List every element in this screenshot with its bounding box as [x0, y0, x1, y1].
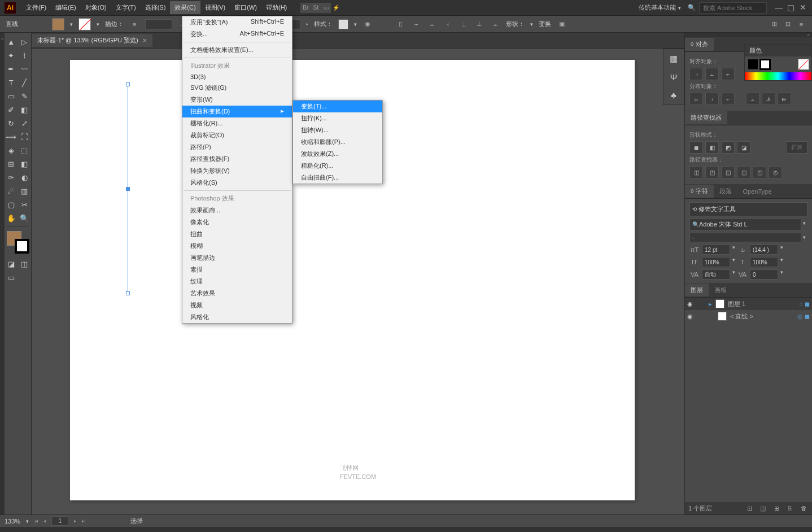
stroke-weight-icon[interactable]: ≡: [129, 19, 139, 29]
close-button[interactable]: ✕: [800, 4, 807, 12]
menu-file[interactable]: 文件(F): [21, 1, 51, 14]
pf-crop-icon[interactable]: ◲: [737, 166, 750, 178]
gradient-tool[interactable]: ◧: [18, 157, 32, 171]
tracking-input[interactable]: [750, 269, 778, 280]
rotate-tool[interactable]: ↻: [5, 116, 18, 130]
layer-locate-icon[interactable]: ⊡: [744, 503, 754, 513]
fill-swatch[interactable]: [52, 18, 64, 30]
graph-tool[interactable]: ▥: [18, 184, 32, 198]
sub-zigzag[interactable]: 波纹效果(Z)...: [293, 148, 382, 160]
rectangle-tool[interactable]: ▭: [5, 89, 18, 103]
nav-first-icon[interactable]: |◂: [34, 518, 38, 524]
font-size-input[interactable]: [702, 245, 730, 255]
blend-tool[interactable]: ◐: [18, 171, 32, 184]
visibility-icon[interactable]: ◉: [687, 300, 695, 308]
effect-stylize-ill[interactable]: 风格化(S): [182, 177, 292, 189]
dist-3-icon[interactable]: ⫟: [721, 93, 735, 105]
scale-tool[interactable]: ⤢: [18, 116, 32, 130]
nav-next-icon[interactable]: ▸: [74, 518, 76, 524]
hand-tool[interactable]: ✋: [5, 211, 18, 225]
align-ico7[interactable]: ⫠: [490, 19, 500, 29]
sub-pucker[interactable]: 收缩和膨胀(P)...: [293, 136, 382, 148]
sublayer-name[interactable]: < 直线 >: [730, 312, 753, 321]
align-ico2[interactable]: ⫟: [411, 19, 421, 29]
pathfinder-tab[interactable]: 路径查找器: [685, 111, 727, 124]
shape-builder-tool[interactable]: ◈: [5, 143, 18, 157]
dist-4-icon[interactable]: ⫠: [746, 93, 759, 105]
effect-sketch[interactable]: 素描: [182, 264, 292, 276]
color-stroke-box[interactable]: [759, 59, 771, 70]
sub-roughen[interactable]: 粗糙化(R)...: [293, 160, 382, 172]
effect-distort-ps[interactable]: 扭曲: [182, 228, 292, 240]
menu-help[interactable]: 帮助(H): [261, 1, 291, 14]
hscale-input[interactable]: [750, 257, 778, 267]
stroke-weight-input[interactable]: [145, 19, 172, 29]
artboard-num-input[interactable]: [51, 516, 68, 526]
layer-new-icon[interactable]: ⎘: [785, 503, 795, 513]
align-ico6[interactable]: ⊥: [474, 19, 484, 29]
type-tool[interactable]: T: [5, 76, 18, 89]
effect-path[interactable]: 路径(P): [182, 141, 292, 153]
effect-texture[interactable]: 纹理: [182, 276, 292, 287]
visibility-icon[interactable]: ◉: [687, 313, 695, 320]
nav-last-icon[interactable]: ▸|: [82, 518, 85, 524]
pf-subtract-icon[interactable]: ◧: [705, 141, 719, 154]
font-style-select[interactable]: -: [689, 233, 801, 242]
slice-tool[interactable]: ✂: [18, 198, 32, 211]
effect-3d[interactable]: 3D(3): [182, 72, 292, 82]
stroke-swatch[interactable]: [78, 18, 91, 30]
magic-wand-tool[interactable]: ✦: [5, 49, 18, 62]
selection-handle-mid[interactable]: [126, 187, 130, 191]
color-tab[interactable]: 颜色: [745, 45, 811, 56]
stroke-color[interactable]: [15, 239, 29, 254]
opentype-tab[interactable]: OpenType: [737, 186, 778, 197]
leading-input[interactable]: [750, 245, 778, 255]
align-left-icon[interactable]: ⫞: [689, 68, 703, 80]
align-ico5[interactable]: ⟂: [459, 19, 469, 29]
draw-mode[interactable]: ◫: [18, 257, 32, 271]
character-tab[interactable]: ◊ 字符: [685, 185, 714, 198]
minimize-button[interactable]: —: [775, 4, 783, 12]
raster-settings[interactable]: 文档栅格效果设置(E)...: [182, 44, 292, 56]
effect-blur[interactable]: 模糊: [182, 240, 292, 252]
sub-transform[interactable]: 变换(T)...: [293, 101, 382, 112]
effect-rasterize[interactable]: 栅格化(R)...: [182, 117, 292, 129]
dock-libraries-icon[interactable]: ▦: [667, 53, 680, 65]
opt-r1-icon[interactable]: ⊞: [769, 19, 779, 29]
sub-twist[interactable]: 扭拧(K)...: [293, 112, 382, 124]
bridge-icon[interactable]: Br: [300, 3, 311, 13]
layer-row-1[interactable]: ◉ ▸ 图层 1 ○ ◼: [685, 298, 812, 310]
effect-svg[interactable]: SVG 滤镜(G): [182, 82, 292, 94]
align-ico1[interactable]: ▯: [395, 19, 405, 29]
paintbrush-tool[interactable]: ✎: [18, 89, 32, 103]
touch-type-button[interactable]: ⟲ 修饰文字工具: [689, 202, 807, 216]
sub-rotate[interactable]: 扭转(W)...: [293, 124, 382, 136]
pf-divide-icon[interactable]: ◫: [689, 166, 703, 178]
effect-pathfinder[interactable]: 路径查找器(F): [182, 153, 292, 165]
effect-video[interactable]: 视频: [182, 299, 292, 311]
selection-tool[interactable]: ▲: [5, 35, 18, 49]
selection-handle-top[interactable]: [126, 82, 130, 86]
effect-distort-transform[interactable]: 扭曲和变换(D)▸: [182, 106, 292, 117]
maximize-button[interactable]: ▢: [787, 4, 795, 12]
pf-exclude-icon[interactable]: ◪: [737, 141, 750, 154]
search-stock-input[interactable]: [699, 2, 767, 14]
dist-2-icon[interactable]: ⫞: [705, 93, 719, 105]
line-tool[interactable]: ╱: [18, 76, 32, 89]
symbol-sprayer-tool[interactable]: ☄: [5, 184, 18, 198]
last-effect[interactable]: 变换...Alt+Shift+Ctrl+E: [182, 28, 292, 40]
artboards-tab[interactable]: 画板: [709, 284, 732, 296]
dock-symbols-icon[interactable]: ♣: [667, 89, 680, 101]
transform-label[interactable]: 变换: [539, 20, 551, 28]
mesh-tool[interactable]: ⊞: [5, 157, 18, 171]
effect-warp[interactable]: 变形(W): [182, 94, 292, 106]
selection-handle-bottom[interactable]: [126, 291, 130, 295]
zoom-tool[interactable]: 🔍: [18, 211, 32, 225]
effect-stylize-ps[interactable]: 风格化: [182, 311, 292, 323]
document-tab[interactable]: 未标题-1* @ 133% (RGB/GPU 预览) ×: [32, 34, 152, 47]
lasso-tool[interactable]: ⌇: [18, 49, 32, 62]
layer-mask-icon[interactable]: ◫: [758, 503, 768, 513]
layer-delete-icon[interactable]: 🗑: [798, 503, 809, 513]
dock-brushes-icon[interactable]: Ψ: [667, 71, 680, 83]
align-tab[interactable]: ◊ 对齐: [685, 38, 714, 51]
